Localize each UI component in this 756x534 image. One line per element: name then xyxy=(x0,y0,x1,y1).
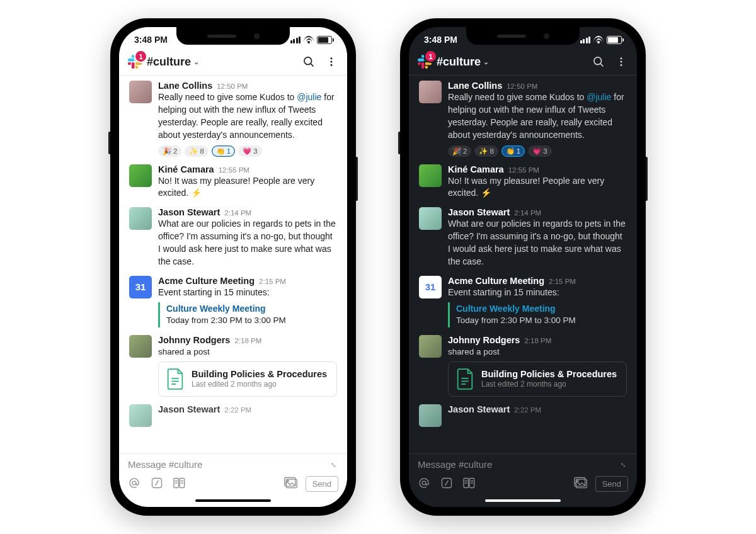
channel-header: 1 #culture⌄ xyxy=(119,52,347,76)
home-indicator[interactable] xyxy=(409,494,637,507)
notification-badge: 1 xyxy=(424,50,437,63)
svg-point-22 xyxy=(621,57,622,59)
search-icon[interactable] xyxy=(302,55,316,69)
notch xyxy=(176,27,290,45)
message[interactable]: Jason Stewart2:22 PM xyxy=(411,399,634,429)
message-feed[interactable]: Lane Collins12:50 PM Really need to give… xyxy=(119,76,347,453)
phone-light: 3:48 PM 1 #culture⌄ xyxy=(110,18,356,516)
chevron-down-icon: ⌄ xyxy=(483,58,489,66)
signal-icon xyxy=(580,37,591,43)
svg-point-28 xyxy=(422,481,426,485)
status-time: 3:48 PM xyxy=(424,35,457,45)
expand-icon[interactable]: ↔ xyxy=(327,458,340,471)
reaction[interactable]: 🎉2 xyxy=(448,145,471,157)
post-card[interactable]: Building Policies & Procedures Last edit… xyxy=(158,361,337,397)
avatar[interactable] xyxy=(129,404,152,427)
status-time: 3:48 PM xyxy=(134,35,168,45)
avatar[interactable] xyxy=(419,81,442,103)
reaction[interactable]: ✨8 xyxy=(474,145,498,157)
reaction[interactable]: 💗3 xyxy=(528,145,551,157)
image-icon[interactable] xyxy=(284,477,298,492)
reaction[interactable]: 👏1 xyxy=(212,145,235,157)
more-icon[interactable] xyxy=(614,55,628,69)
message-input[interactable]: Message #culture xyxy=(128,459,202,470)
svg-line-21 xyxy=(600,64,603,66)
slash-command-icon[interactable] xyxy=(440,477,453,492)
reaction[interactable]: 🎉2 xyxy=(158,145,181,157)
message[interactable]: Kiné Camara12:55 PM No! It was my pleasu… xyxy=(411,159,634,203)
more-icon[interactable] xyxy=(324,55,338,69)
screen: 3:48 PM 1 #culture⌄ xyxy=(409,27,637,507)
search-icon[interactable] xyxy=(592,55,605,69)
message[interactable]: Jason Stewart2:22 PM xyxy=(122,399,345,429)
calendar-icon[interactable]: 31 xyxy=(129,276,152,298)
calendar-icon[interactable]: 31 xyxy=(419,276,442,298)
attachment-icon[interactable] xyxy=(463,477,477,492)
avatar[interactable] xyxy=(129,81,152,103)
battery-icon xyxy=(607,36,622,44)
card-subtitle: Last edited 2 months ago xyxy=(192,380,327,389)
post-card[interactable]: Building Policies & Procedures Last edit… xyxy=(448,361,627,397)
event-attachment[interactable]: Culture Weekly Meeting Today from 2:30 P… xyxy=(158,302,337,327)
slack-logo[interactable]: 1 xyxy=(418,55,432,69)
card-title: Building Policies & Procedures xyxy=(192,369,327,379)
signal-icon xyxy=(290,37,301,43)
reaction[interactable]: ✨8 xyxy=(185,145,208,157)
message[interactable]: Johnny Rodgers2:18 PM shared a post Buil… xyxy=(411,330,634,399)
message[interactable]: 31 Acme Culture Meeting2:15 PM Event sta… xyxy=(122,271,345,330)
wifi-icon xyxy=(304,36,314,43)
event-time: Today from 2:30 PM to 3:00 PM xyxy=(166,314,337,326)
svg-line-30 xyxy=(445,480,449,485)
message-text: Really need to give some Kudos to @julie… xyxy=(158,91,337,142)
avatar[interactable] xyxy=(419,404,442,427)
svg-line-1 xyxy=(311,64,313,66)
message[interactable]: Johnny Rodgers2:18 PM shared a post Buil… xyxy=(122,330,345,399)
avatar[interactable] xyxy=(129,335,152,358)
event-attachment[interactable]: Culture Weekly Meeting Today from 2:30 P… xyxy=(448,302,627,327)
svg-point-24 xyxy=(621,64,622,66)
notification-badge: 1 xyxy=(134,50,147,63)
mention-icon[interactable] xyxy=(418,477,430,492)
avatar[interactable] xyxy=(129,164,152,187)
avatar[interactable] xyxy=(419,207,442,230)
svg-point-8 xyxy=(132,481,136,485)
avatar[interactable] xyxy=(129,207,152,230)
message-feed[interactable]: Lane Collins12:50 PM Really need to give… xyxy=(409,76,637,453)
slash-command-icon[interactable] xyxy=(151,477,163,492)
message[interactable]: Jason Stewart2:14 PM What are our polici… xyxy=(411,202,634,271)
chevron-down-icon: ⌄ xyxy=(193,58,199,66)
mention[interactable]: @julie xyxy=(587,92,611,102)
avatar[interactable] xyxy=(419,164,442,187)
sender-name: Lane Collins xyxy=(158,81,212,91)
avatar[interactable] xyxy=(419,335,442,358)
message[interactable]: 31 Acme Culture Meeting2:15 PM Event sta… xyxy=(411,271,634,330)
event-title: Culture Weekly Meeting xyxy=(166,304,337,314)
reaction[interactable]: 💗3 xyxy=(238,145,261,157)
image-icon[interactable] xyxy=(574,477,588,492)
svg-point-2 xyxy=(331,57,333,59)
slack-logo[interactable]: 1 xyxy=(128,55,142,69)
channel-title[interactable]: #culture⌄ xyxy=(437,55,583,69)
send-button[interactable]: Send xyxy=(595,476,628,492)
svg-point-20 xyxy=(594,57,602,65)
message[interactable]: Kiné Camara12:55 PM No! It was my pleasu… xyxy=(122,159,345,203)
reaction[interactable]: 👏1 xyxy=(501,145,525,157)
mention[interactable]: @julie xyxy=(297,92,321,102)
home-indicator[interactable] xyxy=(119,494,347,507)
mention-icon[interactable] xyxy=(128,477,140,492)
message[interactable]: Lane Collins12:50 PM Really need to give… xyxy=(122,76,345,159)
document-icon xyxy=(456,368,474,390)
svg-point-0 xyxy=(304,57,312,65)
channel-title[interactable]: #culture⌄ xyxy=(147,55,293,69)
attachment-icon[interactable] xyxy=(173,477,187,492)
message-input[interactable]: Message #culture xyxy=(418,459,492,470)
svg-line-10 xyxy=(156,480,159,485)
document-icon xyxy=(166,368,184,390)
svg-point-23 xyxy=(621,61,622,63)
send-button[interactable]: Send xyxy=(306,476,338,492)
svg-point-4 xyxy=(331,64,333,66)
message[interactable]: Lane Collins12:50 PM Really need to give… xyxy=(411,76,634,159)
message[interactable]: Jason Stewart2:14 PM What are our polici… xyxy=(122,202,345,271)
expand-icon[interactable]: ↔ xyxy=(617,458,630,471)
battery-icon xyxy=(317,36,332,44)
